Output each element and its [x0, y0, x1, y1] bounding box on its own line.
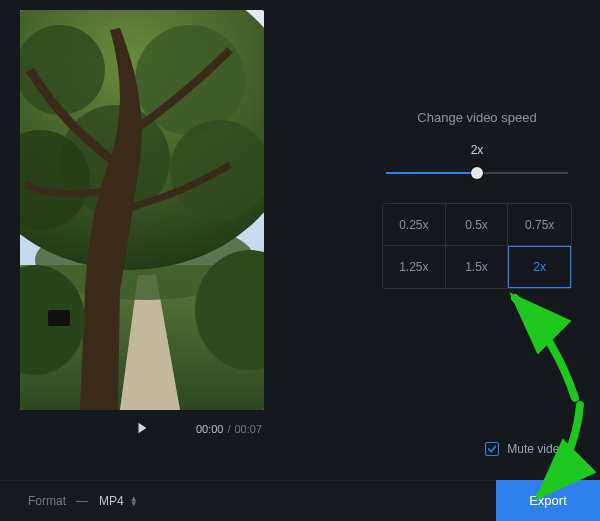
time-display: 00:00 / 00:07	[196, 423, 262, 435]
format-dash: —	[76, 494, 89, 508]
current-speed-label: 2x	[382, 143, 572, 157]
play-button[interactable]	[135, 421, 149, 437]
format-selector[interactable]: Format — MP4 ▲▼	[28, 494, 138, 508]
speed-preset-0_5x[interactable]: 0.5x	[446, 204, 509, 246]
export-button[interactable]: Export	[496, 480, 600, 521]
play-icon	[135, 425, 149, 437]
svg-rect-11	[48, 310, 70, 326]
stepper-icon: ▲▼	[130, 496, 138, 506]
checkbox-box	[485, 442, 499, 456]
slider-thumb[interactable]	[471, 167, 483, 179]
format-value: MP4	[99, 494, 124, 508]
video-playbar: 00:00 / 00:07	[20, 418, 264, 440]
speed-preset-grid: 0.25x0.5x0.75x1.25x1.5x2x	[382, 203, 572, 289]
speed-slider[interactable]	[386, 163, 568, 183]
export-label: Export	[529, 493, 567, 508]
speed-preset-1_25x[interactable]: 1.25x	[383, 246, 446, 288]
video-preview[interactable]	[20, 10, 264, 410]
settings-title: Change video speed	[382, 110, 572, 125]
mute-video-checkbox[interactable]: Mute video	[485, 442, 566, 456]
speed-settings-panel: Change video speed 2x 0.25x0.5x0.75x1.25…	[360, 0, 600, 480]
duration: 00:07	[234, 423, 262, 435]
check-icon	[487, 444, 497, 454]
speed-preset-0_75x[interactable]: 0.75x	[508, 204, 571, 246]
mute-label: Mute video	[507, 442, 566, 456]
speed-preset-1_5x[interactable]: 1.5x	[446, 246, 509, 288]
time-separator: /	[227, 423, 230, 435]
slider-fill	[386, 172, 477, 174]
speed-preset-2x[interactable]: 2x	[508, 246, 571, 288]
bottom-bar: Format — MP4 ▲▼ Export	[0, 480, 600, 521]
video-preview-panel: 00:00 / 00:07	[10, 0, 274, 440]
current-time: 00:00	[196, 423, 224, 435]
format-label: Format	[28, 494, 66, 508]
speed-preset-0_25x[interactable]: 0.25x	[383, 204, 446, 246]
